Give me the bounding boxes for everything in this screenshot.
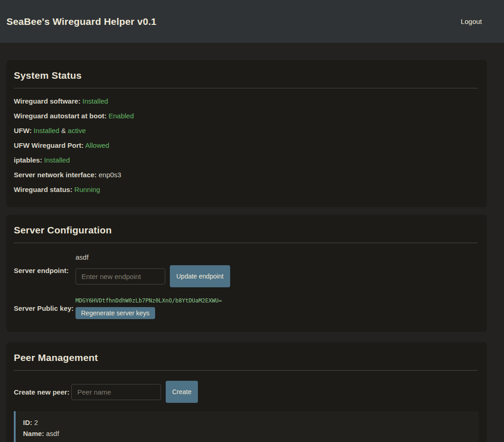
status-label: Wireguard autostart at boot:: [14, 112, 107, 120]
server-public-key-value-group: MDGY6HVDtfhnDdhW0zLb7PNz0LXnO/b8YtDUaM2E…: [75, 297, 222, 319]
status-row-wireguard-software: Wireguard software: Installed: [14, 97, 479, 106]
server-endpoint-row: Server endpoint: asdf Update endpoint: [14, 253, 479, 287]
create-peer-row: Create new peer: Create: [14, 381, 479, 403]
system-status-card: System Status Wireguard software: Instal…: [6, 60, 487, 207]
status-row-network-interface: Server network interface: enp0s3: [14, 170, 479, 180]
server-endpoint-input-row: Update endpoint: [75, 265, 230, 287]
app-title: SeaBee's Wireguard Helper v0.1: [6, 16, 156, 27]
status-value: Installed: [44, 156, 70, 164]
peer-name-value: asdf: [46, 430, 59, 437]
server-endpoint-label: Server endpoint:: [14, 267, 75, 274]
status-row-iptables: iptables: Installed: [14, 156, 479, 165]
server-endpoint-current-value: asdf: [75, 253, 230, 261]
status-value: Allowed: [85, 141, 110, 149]
server-public-key-value: MDGY6HVDtfhnDdhW0zLb7PNz0LXnO/b8YtDUaM2E…: [75, 297, 222, 304]
server-configuration-card: Server Configuration Server endpoint: as…: [6, 215, 487, 332]
status-separator: &: [61, 127, 66, 134]
regenerate-server-keys-button[interactable]: Regenerate server keys: [75, 307, 155, 319]
peer-id-value: 2: [34, 419, 38, 426]
divider: [14, 243, 478, 243]
status-label: UFW Wireguard Port:: [14, 141, 84, 149]
peer-management-heading: Peer Management: [14, 352, 479, 363]
peer-name-label: Name:: [23, 430, 44, 437]
peer-list-item: ID: 2 Name: asdf Public Key: ckyOHj5Bk87…: [14, 411, 479, 442]
status-value: Installed: [34, 127, 59, 134]
peer-name-input[interactable]: [71, 384, 161, 400]
status-row-ufw: UFW: Installed & active: [14, 126, 479, 135]
main-content: System Status Wireguard software: Instal…: [6, 60, 487, 442]
peer-management-card: Peer Management Create new peer: Create …: [6, 342, 487, 442]
status-value: enp0s3: [98, 171, 121, 179]
status-row-ufw-port: UFW Wireguard Port: Allowed: [14, 141, 479, 150]
peer-name-line: Name: asdf: [23, 428, 471, 439]
server-endpoint-value-group: asdf Update endpoint: [75, 253, 230, 287]
server-public-key-label: Server Public key:: [14, 304, 75, 312]
status-label: Server network interface:: [14, 171, 97, 179]
status-value: Installed: [82, 97, 108, 105]
logout-link[interactable]: Logout: [461, 17, 482, 25]
status-row-wireguard-status: Wireguard status: Running: [14, 185, 479, 194]
status-label: iptables:: [14, 156, 42, 164]
update-endpoint-button[interactable]: Update endpoint: [170, 265, 230, 287]
status-label: Wireguard software:: [14, 97, 81, 105]
status-label: Wireguard status:: [14, 186, 72, 193]
peer-id-label: ID:: [23, 419, 32, 426]
app-header: SeaBee's Wireguard Helper v0.1 Logout: [0, 0, 504, 43]
system-status-heading: System Status: [14, 70, 479, 81]
create-peer-button[interactable]: Create: [166, 381, 198, 403]
create-peer-label: Create new peer:: [14, 388, 71, 396]
status-row-autostart: Wireguard autostart at boot: Enabled: [14, 111, 479, 121]
divider: [14, 88, 478, 88]
status-value: active: [68, 127, 86, 134]
endpoint-input[interactable]: [75, 268, 165, 285]
create-peer-input-row: Create: [71, 381, 198, 403]
divider: [14, 370, 478, 371]
status-label: UFW:: [14, 127, 32, 134]
status-value: Enabled: [109, 112, 134, 120]
peer-public-key-line: Public Key: ckyOHj5Bk8707gAYmcn81Zt1//5y…: [23, 439, 471, 442]
status-value: Running: [75, 186, 100, 193]
server-public-key-button-row: Regenerate server keys: [75, 307, 222, 319]
server-public-key-row: Server Public key: MDGY6HVDtfhnDdhW0zLb7…: [14, 297, 479, 319]
server-configuration-heading: Server Configuration: [14, 225, 479, 236]
peer-id-line: ID: 2: [23, 417, 471, 428]
